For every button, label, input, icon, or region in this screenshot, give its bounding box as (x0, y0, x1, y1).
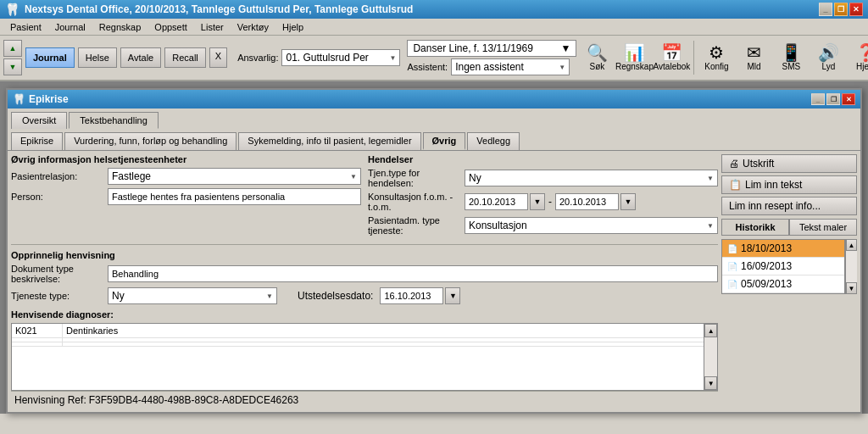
diag-name-2 (63, 338, 704, 342)
menu-verktoy[interactable]: Verktøy (231, 20, 275, 34)
modal-main-area: Øvrig informasjon helsetjenesteenheter P… (11, 154, 718, 409)
mld-button[interactable]: ✉ Mld (737, 39, 771, 76)
tjeneste-row: Tjeneste type: Ny ▼ Utstedelsesdato: ▼ (11, 287, 718, 304)
opprinnelig-section: Opprinnelig henvisning Dokument type bes… (11, 250, 718, 304)
subtab-ovrig[interactable]: Øvrig (423, 132, 466, 150)
modal-close[interactable]: ✕ (842, 93, 855, 105)
menu-journal[interactable]: Journal (48, 20, 92, 34)
date-from-input[interactable] (465, 193, 528, 210)
history-list: 📄 18/10/2013 📄 16/09/2013 📄 05/09/2013 (721, 239, 845, 294)
lim-inn-resept-button[interactable]: Lim inn resept info... (721, 197, 857, 215)
sok-button[interactable]: 🔍 Søk (580, 39, 614, 76)
history-container: 📄 18/10/2013 📄 16/09/2013 📄 05/09/2013 (721, 239, 857, 294)
hjelp-button[interactable]: ❓ Hjelp (849, 39, 868, 76)
reference-bar: Henvisning Ref: F3F59DB4-4480-498B-89C8-… (11, 391, 718, 409)
history-scroll-up[interactable]: ▲ (846, 239, 857, 251)
tjentype-row: Tjen.type for hendelsen: Ny ▼ (368, 168, 718, 188)
paste-icon: 📋 (729, 179, 742, 191)
file-icon-3: 📄 (727, 280, 737, 289)
scroll-down[interactable]: ▼ (704, 376, 717, 390)
assistent-label: Assistent: (407, 62, 448, 72)
history-item-1[interactable]: 📄 18/10/2013 (722, 240, 844, 258)
ref-value: F3F59DB4-4480-498B-89C8-A8DEDCE46263 (89, 394, 298, 406)
tjeneste-arrow: ▼ (266, 292, 273, 300)
diag-code-2 (12, 338, 63, 342)
menu-hjelp[interactable]: Hjelp (275, 20, 310, 34)
lyd-button[interactable]: 🔊 Lyd (811, 39, 845, 76)
modal-title: Epikrise (29, 93, 69, 105)
date-to-picker[interactable]: ▼ (620, 193, 636, 210)
restore-button[interactable]: ❐ (834, 3, 848, 16)
avtalebok-label: Avtalebok (654, 62, 691, 71)
utstedelsesdato-input[interactable] (380, 287, 443, 304)
modal-tabs: Oversikt Tekstbehandling (8, 108, 860, 129)
lim-inn-tekst-button[interactable]: 📋 Lim inn tekst (721, 175, 857, 194)
patient-dropdown-arrow: ▼ (561, 42, 571, 54)
hendelser-section: Hendelser Tjen.type for hendelsen: Ny ▼ … (368, 154, 718, 239)
sms-button[interactable]: 📱 SMS (774, 39, 808, 76)
konfig-button[interactable]: ⚙ Konfig (699, 39, 733, 76)
history-scroll-track (846, 251, 857, 282)
hjelp-label: Hjelp (856, 62, 868, 71)
pasientrelasjon-select[interactable]: Fastlege ▼ (108, 168, 361, 185)
patient-info: Danser Line, f. 13/11/1969 ▼ Assistent: … (407, 40, 576, 75)
modal-minimize[interactable]: _ (811, 93, 825, 105)
tab-historikk[interactable]: Historikk (721, 219, 789, 236)
regnskap-button[interactable]: 📊 Regnskap (617, 39, 651, 76)
minimize-button[interactable]: _ (819, 3, 832, 16)
dok-type-input[interactable] (108, 265, 718, 282)
regnskap-label: Regnskap (615, 62, 654, 71)
tab-tekstbehandling[interactable]: Tekstbehandling (69, 112, 159, 129)
assistent-arrow: ▼ (559, 64, 565, 71)
table-row[interactable]: K021 Dentinkaries (12, 324, 704, 338)
subtab-vedlegg[interactable]: Vedlegg (467, 132, 520, 150)
close-button[interactable]: ✕ (849, 3, 863, 16)
ansvarlig-dropdown[interactable]: 01. Guttulsrud Per ▼ (281, 49, 400, 66)
helse-button[interactable]: Helse (78, 47, 117, 68)
subtab-epikrise[interactable]: Epikrise (11, 132, 63, 150)
konfig-icon: ⚙ (709, 44, 724, 61)
person-input[interactable] (108, 188, 361, 205)
scroll-track (704, 337, 717, 376)
menu-lister[interactable]: Lister (194, 20, 231, 34)
x-button[interactable]: X (209, 47, 227, 68)
subtab-vurdering[interactable]: Vurdering, funn, forløp og behandling (64, 132, 236, 150)
avtale-button[interactable]: Avtale (120, 47, 161, 68)
history-scroll-down[interactable]: ▼ (846, 282, 857, 294)
tjentype-select[interactable]: Ny ▼ (465, 170, 718, 186)
date-to-input[interactable] (555, 193, 619, 210)
tjeneste-select[interactable]: Ny ▼ (108, 287, 277, 304)
scroll-up[interactable]: ▲ (704, 324, 717, 337)
menu-regnskap[interactable]: Regnskap (92, 20, 148, 34)
nav-up-button[interactable]: ▲ (3, 40, 22, 57)
menu-oppsett[interactable]: Oppsett (147, 20, 194, 34)
history-scrollbar[interactable]: ▲ ▼ (845, 239, 857, 294)
modal-restore[interactable]: ❐ (826, 93, 840, 105)
tab-tekst-maler[interactable]: Tekst maler (789, 219, 857, 236)
avtalebok-button[interactable]: 📅 Avtalebok (654, 39, 688, 76)
diag-scrollbar[interactable]: ▲ ▼ (704, 324, 717, 390)
sok-icon: 🔍 (587, 44, 608, 61)
pasientrelasjon-row: Pasientrelasjon: Fastlege ▼ (11, 168, 361, 185)
table-row[interactable] (12, 342, 704, 347)
dok-type-label: Dokument type beskrivelse: (11, 264, 104, 284)
patient-name-field[interactable]: Danser Line, f. 13/11/1969 ▼ (407, 40, 576, 57)
date-from-picker[interactable]: ▼ (530, 193, 545, 210)
sms-icon: 📱 (781, 44, 802, 61)
subtab-sykemelding[interactable]: Sykemelding, info til pasient, legemidle… (238, 132, 420, 150)
history-item-3[interactable]: 📄 05/09/2013 (722, 275, 844, 293)
menu-pasient[interactable]: Pasient (3, 20, 48, 34)
ovrig-info-section: Øvrig informasjon helsetjenesteenheter P… (11, 154, 361, 239)
utstedelsesdato-picker[interactable]: ▼ (445, 287, 460, 304)
recall-button[interactable]: Recall (164, 47, 206, 68)
pasientadm-select[interactable]: Konsultasjon ▼ (465, 217, 718, 234)
journal-button[interactable]: Journal (25, 47, 75, 68)
toolbar-sep2 (693, 41, 694, 75)
assistent-dropdown[interactable]: Ingen assistent ▼ (451, 58, 570, 75)
utskrift-button[interactable]: 🖨 Utskrift (721, 154, 857, 173)
right-icons: 🔍 Søk 📊 Regnskap 📅 Avtalebok ⚙ Konfig ✉ … (580, 39, 868, 76)
history-item-2[interactable]: 📄 16/09/2013 (722, 258, 844, 275)
nav-down-button[interactable]: ▼ (3, 58, 22, 75)
tjentype-arrow: ▼ (707, 175, 714, 182)
tab-oversikt[interactable]: Oversikt (11, 112, 67, 129)
